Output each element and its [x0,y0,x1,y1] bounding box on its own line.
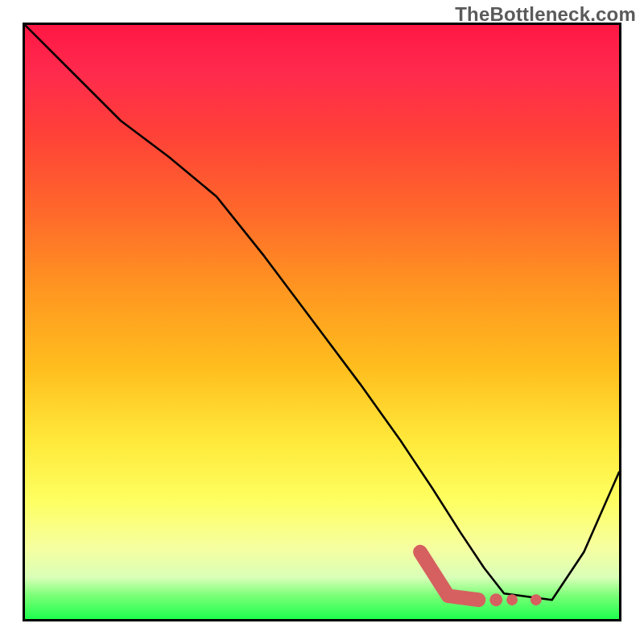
highlight-dot [530,594,542,605]
chart-container: TheBottleneck.com [0,0,644,644]
highlight-dot [506,594,518,605]
highlight-segment [420,552,478,601]
highlight-dot [489,593,502,606]
watermark-text: TheBottleneck.com [455,3,636,26]
plot-area [23,23,621,621]
bottleneck-curve [25,25,619,600]
curve-overlay [25,25,619,619]
